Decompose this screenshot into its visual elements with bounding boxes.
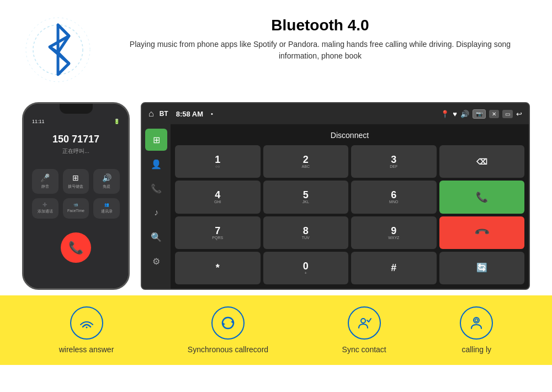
speaker-button[interactable]: 🔊 免提 [93, 169, 120, 194]
sidebar-dialpad-btn[interactable]: ⊞ [145, 129, 167, 151]
car-home-icon[interactable]: ⌂ [148, 109, 154, 119]
dial-btn-8[interactable]: 8 TUV [263, 216, 349, 249]
svg-point-11 [361, 319, 365, 323]
dial-sub-7: PQRS [212, 236, 223, 240]
sidebar-music-btn[interactable]: ♪ [145, 202, 167, 224]
phone-screen: 11:11 🔋 150 71717 正在呼叫... 🎤 静音 ⊞ 拨号键盘 🔊 … [24, 104, 128, 288]
dial-sub-1: ○○ [215, 165, 220, 168]
dial-end-btn[interactable]: 📞 [439, 216, 525, 249]
contacts-label: 通讯录 [101, 209, 113, 214]
sidebar-calls-btn[interactable]: 📞 [145, 177, 167, 199]
car-content: ⊞ 👤 📞 ♪ 🔍 ⚙ Disconnect 1 ○○ 2 [142, 124, 529, 289]
feature-wireless-answer: wireless answer [59, 306, 114, 354]
dial-btn-star[interactable]: * [175, 252, 261, 284]
car-status-icons: 📍 ♥ 🔊 📷 ✕ ▭ ↩ [440, 109, 522, 119]
dial-btn-0[interactable]: 0 + [263, 252, 349, 284]
phone-call-status: 正在呼叫... [62, 147, 89, 155]
dial-num-5: 5 [303, 190, 309, 200]
feature-calling: calling ly [460, 306, 493, 354]
dial-btn-2[interactable]: 2 ABC [263, 145, 349, 178]
dial-sub-9: WXYZ [388, 236, 399, 240]
dial-btn-hash[interactable]: # [351, 252, 437, 284]
keypad-icon: ⊞ [72, 173, 79, 182]
middle-section: 11:11 🔋 150 71717 正在呼叫... 🎤 静音 ⊞ 拨号键盘 🔊 … [0, 97, 552, 295]
feature-sync-contact: Sync contact [342, 306, 386, 354]
window-icon-box[interactable]: ▭ [502, 110, 513, 118]
car-dot: • [211, 110, 213, 117]
dial-num-hash: # [391, 263, 396, 273]
svg-line-6 [58, 52, 69, 63]
dial-btn-9[interactable]: 9 WXYZ [351, 216, 437, 249]
end-call-button[interactable]: 📞 [61, 232, 91, 263]
speaker-label: 免提 [103, 184, 110, 189]
svg-line-3 [58, 25, 69, 36]
refresh-icon: 🔄 [476, 263, 487, 272]
disconnect-bar: Disconnect [175, 129, 524, 142]
contacts-button[interactable]: 👥 通讯录 [93, 198, 120, 219]
dial-num-0: 0 [303, 261, 309, 271]
dial-refresh-btn[interactable]: 🔄 [439, 252, 525, 284]
dial-btn-5[interactable]: 5 JKL [263, 181, 349, 213]
dial-sub-4: GHI [214, 200, 221, 204]
car-time: 8:58 AM [176, 110, 203, 118]
svg-point-12 [474, 317, 479, 323]
keypad-button[interactable]: ⊞ 拨号键盘 [63, 169, 89, 194]
calling-icon [460, 306, 493, 340]
facetime-button[interactable]: 📹 FaceTime [63, 198, 89, 219]
bluetooth-symbol [36, 22, 80, 77]
svg-line-4 [58, 63, 69, 75]
car-status-bar: ⌂ BT 8:58 AM • 📍 ♥ 🔊 📷 ✕ ▭ ↩ [142, 103, 529, 124]
dial-num-6: 6 [391, 190, 396, 200]
phone-mockup: 11:11 🔋 150 71717 正在呼叫... 🎤 静音 ⊞ 拨号键盘 🔊 … [22, 102, 130, 290]
facetime-icon: 📹 [73, 203, 78, 207]
call-icon: 📞 [476, 192, 488, 202]
car-bt-label: BT [160, 110, 168, 118]
dial-btn-4[interactable]: 4 GHI [175, 181, 261, 213]
dial-num-7: 7 [215, 226, 220, 236]
page-description: Playing music from phone apps like Spoti… [110, 39, 530, 62]
feature-sync-callrecord: Synchronous callrecord [188, 306, 268, 354]
wireless-answer-label: wireless answer [59, 345, 114, 354]
svg-point-13 [475, 319, 478, 322]
dial-btn-3[interactable]: 3 DEF [351, 145, 437, 178]
end-icon: 📞 [474, 225, 490, 240]
dial-sub-2: ABC [302, 165, 310, 168]
add-call-button[interactable]: ➕ 添加通话 [32, 198, 59, 219]
top-section: Bluetooth 4.0 Playing music from phone a… [0, 0, 552, 97]
car-dialpad-area: Disconnect 1 ○○ 2 ABC 3 DEF [171, 124, 529, 289]
sidebar-contacts-btn[interactable]: 👤 [145, 153, 167, 175]
dial-btn-7[interactable]: 7 PQRS [175, 216, 261, 249]
backspace-icon: ⌫ [476, 158, 487, 166]
phone-battery: 🔋 [114, 119, 120, 124]
back-icon[interactable]: ↩ [516, 110, 522, 118]
dial-sub-8: TUV [302, 236, 310, 240]
sidebar-search-btn[interactable]: 🔍 [145, 226, 167, 248]
calling-label: calling ly [461, 345, 491, 354]
close-icon-box[interactable]: ✕ [489, 110, 499, 118]
mute-icon: 🎤 [40, 173, 50, 182]
speaker-icon: 🔊 [102, 173, 112, 182]
end-call-icon: 📞 [68, 241, 83, 255]
dial-call-btn[interactable]: 📞 [439, 181, 525, 213]
dial-num-1: 1 [215, 155, 220, 165]
mute-button[interactable]: 🎤 静音 [32, 169, 59, 194]
mute-label: 静音 [41, 184, 49, 189]
phone-extra-controls: ➕ 添加通话 📹 FaceTime 👥 通讯录 [24, 198, 128, 219]
dial-btn-1[interactable]: 1 ○○ [175, 145, 261, 178]
car-sidebar: ⊞ 👤 📞 ♪ 🔍 ⚙ [142, 124, 171, 289]
phone-time: 11:11 [32, 119, 45, 124]
dial-btn-6[interactable]: 6 MNO [351, 181, 437, 213]
camera-icon-box[interactable]: 📷 [473, 109, 486, 119]
dial-sub-6: MNO [389, 200, 398, 204]
sidebar-settings-btn[interactable]: ⚙ [145, 250, 167, 272]
sync-contact-icon [348, 306, 381, 340]
add-icon: ➕ [43, 203, 47, 207]
car-screen: ⌂ BT 8:58 AM • 📍 ♥ 🔊 📷 ✕ ▭ ↩ ⊞ 👤 📞 ♪ [141, 102, 530, 290]
bottom-section: wireless answer Synchronous callrecord S… [0, 295, 552, 365]
dial-backspace-btn[interactable]: ⌫ [439, 145, 525, 178]
bluetooth-icon-area [22, 11, 94, 88]
dial-num-star: * [216, 263, 220, 273]
dial-sub-5: JKL [302, 200, 309, 204]
dial-num-9: 9 [391, 226, 396, 236]
wireless-answer-icon [70, 306, 103, 340]
